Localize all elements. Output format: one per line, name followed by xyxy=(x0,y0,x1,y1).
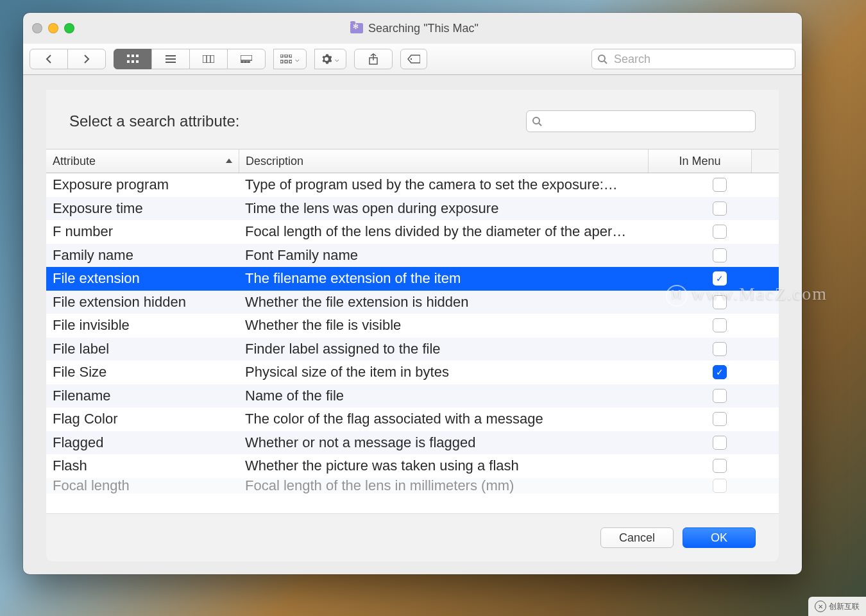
table-row[interactable]: File extensionThe filename extension of … xyxy=(46,267,779,291)
attribute-cell: Flash xyxy=(46,458,239,474)
in-menu-checkbox[interactable] xyxy=(713,436,727,450)
table-header: Attribute Description In Menu xyxy=(46,150,779,173)
svg-point-26 xyxy=(533,117,539,124)
group-by-button[interactable]: ⌵ xyxy=(273,49,307,69)
column-in-menu[interactable]: In Menu xyxy=(649,150,752,173)
description-cell: Time the lens was open during exposure xyxy=(239,200,675,217)
description-cell: Finder label assigned to the file xyxy=(239,341,675,357)
chevron-left-icon xyxy=(46,55,52,64)
svg-line-25 xyxy=(604,61,607,64)
column-view-button[interactable] xyxy=(189,49,228,69)
gallery-view-button[interactable] xyxy=(227,49,266,69)
in-menu-checkbox[interactable] xyxy=(713,248,727,262)
in-menu-checkbox[interactable] xyxy=(713,201,727,216)
attribute-filter[interactable] xyxy=(526,110,756,132)
cancel-button[interactable]: Cancel xyxy=(600,527,674,548)
in-menu-checkbox[interactable] xyxy=(713,295,727,309)
attribute-table: Attribute Description In Menu Exposure p… xyxy=(46,149,779,513)
in-menu-cell xyxy=(675,248,765,262)
gear-icon xyxy=(321,54,332,64)
toolbar-search[interactable] xyxy=(591,49,795,69)
in-menu-checkbox[interactable] xyxy=(713,318,727,332)
scrollbar-gutter xyxy=(752,150,779,173)
action-button[interactable]: ⌵ xyxy=(314,49,346,69)
description-cell: Focal length of the lens divided by the … xyxy=(239,223,675,240)
table-row[interactable]: Exposure timeTime the lens was open duri… xyxy=(46,197,779,221)
close-button[interactable] xyxy=(32,23,42,33)
icon-view-button[interactable] xyxy=(114,49,152,69)
in-menu-cell xyxy=(675,271,765,286)
in-menu-checkbox[interactable] xyxy=(713,342,727,356)
table-row[interactable]: Exposure programType of program used by … xyxy=(46,173,779,197)
svg-point-23 xyxy=(411,58,412,60)
svg-rect-14 xyxy=(244,62,246,63)
table-row[interactable]: FilenameName of the file xyxy=(46,384,779,408)
description-cell: Name of the file xyxy=(239,388,675,404)
tags-button[interactable] xyxy=(400,49,427,69)
table-body: Exposure programType of program used by … xyxy=(46,173,779,513)
attribute-cell: F number xyxy=(46,223,239,240)
badge-icon: ✕ xyxy=(815,601,826,612)
table-row[interactable]: Flag ColorThe color of the flag associat… xyxy=(46,407,779,431)
column-attribute[interactable]: Attribute xyxy=(46,150,239,173)
toolbar-search-input[interactable] xyxy=(613,52,790,67)
table-row[interactable]: FlashWhether the picture was taken using… xyxy=(46,454,779,478)
grid-icon xyxy=(280,55,292,64)
table-row[interactable]: FlaggedWhether or not a message is flagg… xyxy=(46,431,779,455)
table-row[interactable]: File extension hiddenWhether the file ex… xyxy=(46,291,779,314)
in-menu-cell xyxy=(675,318,765,332)
table-row[interactable]: Family nameFont Family name xyxy=(46,244,779,268)
attribute-cell: File extension hidden xyxy=(46,294,239,311)
search-icon xyxy=(532,116,542,126)
svg-rect-4 xyxy=(132,60,134,63)
attribute-sheet: Select a search attribute: Attribute Des… xyxy=(46,90,779,561)
icon-view-icon xyxy=(127,55,139,64)
description-cell: Whether the picture was taken using a fl… xyxy=(239,458,675,474)
svg-rect-18 xyxy=(289,55,292,57)
column-description[interactable]: Description xyxy=(239,150,649,173)
description-cell: Whether the file is visible xyxy=(239,317,675,334)
sort-indicator-icon xyxy=(226,158,232,164)
sheet-footer: Cancel OK xyxy=(46,513,779,561)
table-row[interactable]: File labelFinder label assigned to the f… xyxy=(46,338,779,361)
share-button[interactable] xyxy=(354,49,393,69)
ok-button[interactable]: OK xyxy=(683,527,756,548)
maximize-button[interactable] xyxy=(64,23,74,33)
in-menu-cell xyxy=(675,479,765,493)
in-menu-cell xyxy=(675,201,765,216)
in-menu-cell xyxy=(675,342,765,356)
description-cell: Whether the file extension is hidden xyxy=(239,294,675,311)
table-row[interactable]: File SizePhysical size of the item in by… xyxy=(46,361,779,384)
svg-point-24 xyxy=(599,55,605,62)
svg-rect-5 xyxy=(136,60,139,63)
back-button[interactable] xyxy=(30,49,68,69)
attribute-cell: File invisible xyxy=(46,317,239,334)
attribute-filter-input[interactable] xyxy=(547,115,750,128)
chevron-down-icon: ⌵ xyxy=(335,55,339,64)
table-row[interactable]: File invisibleWhether the file is visibl… xyxy=(46,314,779,338)
in-menu-checkbox[interactable] xyxy=(713,271,727,286)
table-row[interactable]: Focal lengthFocal length of the lens in … xyxy=(46,478,779,493)
forward-button[interactable] xyxy=(67,49,106,69)
svg-rect-0 xyxy=(127,55,130,57)
tag-icon xyxy=(407,55,420,64)
list-view-button[interactable] xyxy=(151,49,190,69)
table-row[interactable]: F numberFocal length of the lens divided… xyxy=(46,220,779,244)
description-cell: Focal length of the lens in millimeters … xyxy=(239,478,675,493)
in-menu-checkbox[interactable] xyxy=(713,479,727,493)
in-menu-cell xyxy=(675,178,765,192)
description-cell: The color of the flag associated with a … xyxy=(239,411,675,427)
window-title: Searching "This Mac" xyxy=(74,22,754,35)
in-menu-checkbox[interactable] xyxy=(713,389,727,403)
description-cell: The filename extension of the item xyxy=(239,270,675,287)
finder-window: Searching "This Mac" xyxy=(23,13,802,574)
in-menu-checkbox[interactable] xyxy=(713,178,727,192)
in-menu-cell xyxy=(675,389,765,403)
in-menu-checkbox[interactable] xyxy=(713,365,727,379)
in-menu-checkbox[interactable] xyxy=(713,225,727,239)
nav-buttons xyxy=(30,49,106,69)
svg-rect-2 xyxy=(136,55,139,57)
in-menu-checkbox[interactable] xyxy=(713,459,727,473)
in-menu-checkbox[interactable] xyxy=(713,412,727,426)
minimize-button[interactable] xyxy=(48,23,58,33)
